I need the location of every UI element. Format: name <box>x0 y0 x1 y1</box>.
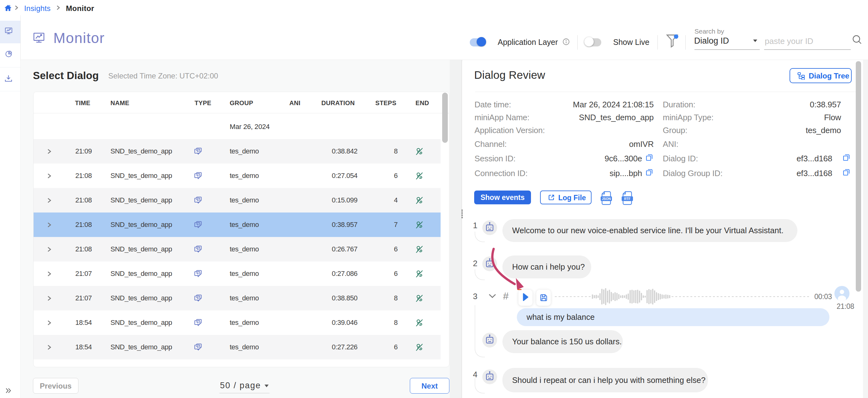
svg-text:RTF: RTF <box>624 197 631 201</box>
svg-text:JSON: JSON <box>602 197 611 201</box>
